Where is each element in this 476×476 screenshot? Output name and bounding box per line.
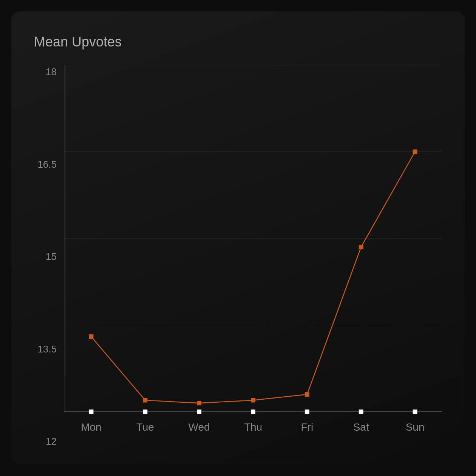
chart-card: Mean Upvotes 1816.51513.512 MonTueWedThu… — [11, 11, 465, 465]
y-axis-label: 13.5 — [37, 343, 57, 355]
x-axis-marker — [305, 410, 309, 414]
y-axis-label: 16.5 — [37, 158, 57, 170]
chart-area: 1816.51513.512 MonTueWedThuFriSatSun — [34, 65, 442, 434]
y-axis: 1816.51513.512 — [34, 65, 64, 434]
x-axis-label: Mon — [81, 421, 101, 433]
x-axis-label: Fri — [301, 421, 314, 433]
x-axis-marker — [143, 410, 147, 414]
data-marker — [89, 334, 93, 339]
x-axis-label: Thu — [244, 421, 262, 433]
x-axis-label: Sun — [406, 421, 425, 433]
x-axis-marker — [251, 410, 255, 414]
y-axis-label: 12 — [46, 436, 57, 447]
data-marker — [413, 150, 417, 154]
x-axis-label: Wed — [189, 421, 210, 433]
x-axis-label: Tue — [136, 421, 154, 433]
x-axis-marker — [413, 410, 417, 414]
data-marker — [305, 392, 309, 397]
data-marker — [143, 398, 147, 402]
data-marker — [197, 401, 201, 405]
x-axis-marker — [197, 410, 201, 414]
data-marker — [359, 245, 363, 249]
x-axis-marker — [359, 410, 363, 414]
chart-title: Mean Upvotes — [34, 34, 442, 50]
y-axis-label: 18 — [46, 66, 57, 78]
y-axis-label: 15 — [46, 251, 57, 263]
x-axis-label: Sat — [353, 421, 369, 433]
x-axis-marker — [89, 410, 93, 414]
data-marker — [251, 398, 255, 402]
plot-area: MonTueWedThuFriSatSun — [64, 65, 442, 434]
chart-svg: MonTueWedThuFriSatSun — [64, 65, 442, 434]
data-line — [91, 152, 415, 403]
